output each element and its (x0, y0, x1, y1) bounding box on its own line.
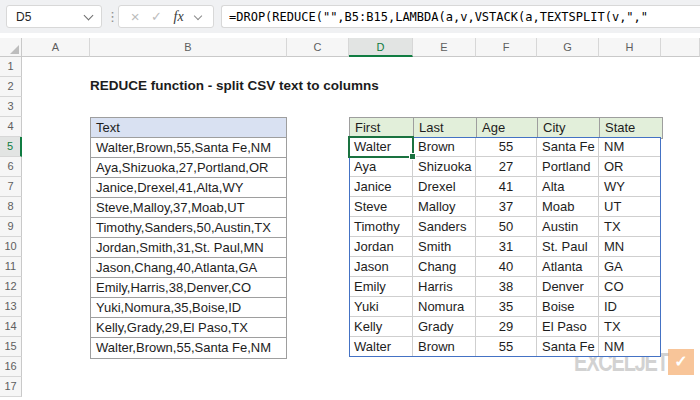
chevron-down-icon[interactable] (194, 11, 202, 19)
result-cell[interactable]: Shizuoka (413, 157, 476, 177)
result-cell[interactable]: GA (599, 257, 661, 277)
result-cell[interactable]: Alta (537, 177, 599, 197)
source-table-header-cell[interactable]: Text (91, 118, 286, 138)
insert-function-icon[interactable]: fx (174, 9, 184, 25)
enter-icon[interactable]: ✓ (151, 9, 162, 24)
result-cell[interactable]: Portland (537, 157, 599, 177)
name-box[interactable]: D5 (6, 5, 102, 28)
result-cell[interactable]: Grady (413, 317, 476, 337)
result-cell[interactable]: 37 (476, 197, 537, 217)
row-header-12[interactable]: 12 (0, 277, 22, 297)
source-table-row[interactable]: Timothy,Sanders,50,Austin,TX (91, 218, 286, 238)
source-table-row[interactable]: Janice,Drexel,41,Alta,WY (91, 178, 286, 198)
result-cell[interactable]: Moab (537, 197, 599, 217)
row-header-7[interactable]: 7 (0, 177, 22, 197)
result-cell[interactable]: 35 (476, 297, 537, 317)
result-cell[interactable]: 40 (476, 257, 537, 277)
result-cell[interactable]: WY (599, 177, 661, 197)
source-table-row[interactable]: Steve,Malloy,37,Moab,UT (91, 198, 286, 218)
result-cell[interactable]: Austin (537, 217, 599, 237)
row-header-1[interactable]: 1 (0, 57, 22, 77)
result-cell[interactable]: Smith (413, 237, 476, 257)
source-table-row[interactable]: Walter,Brown,55,Santa Fe,NM (91, 138, 286, 158)
result-cell[interactable]: NM (599, 337, 661, 357)
row-header-4[interactable]: 4 (0, 117, 22, 137)
result-cell[interactable]: 27 (476, 157, 537, 177)
source-table-row[interactable]: Yuki,Nomura,35,Boise,ID (91, 298, 286, 318)
result-cell[interactable]: Atlanta (537, 257, 599, 277)
result-cell[interactable]: El Paso (537, 317, 599, 337)
column-header-A[interactable]: A (22, 38, 90, 57)
result-cell[interactable]: 50 (476, 217, 537, 237)
column-header-partial[interactable] (661, 38, 700, 57)
result-cell[interactable]: Malloy (413, 197, 476, 217)
column-header-E[interactable]: E (413, 38, 476, 57)
source-table-row[interactable]: Kelly,Grady,29,El Paso,TX (91, 318, 286, 338)
result-cell[interactable]: OR (599, 157, 661, 177)
chevron-down-icon[interactable] (84, 10, 94, 20)
result-header-cell[interactable]: First (350, 118, 414, 138)
result-cell[interactable]: Santa Fe (537, 337, 599, 357)
result-cell[interactable]: MN (599, 237, 661, 257)
result-cell[interactable]: Nomura (413, 297, 476, 317)
result-cell[interactable]: Yuki (349, 297, 413, 317)
source-table-row[interactable]: Jason,Chang,40,Atlanta,GA (91, 258, 286, 278)
result-cell[interactable]: Harris (413, 277, 476, 297)
result-cell[interactable]: TX (599, 317, 661, 337)
source-table-row[interactable]: Emily,Harris,38,Denver,CO (91, 278, 286, 298)
result-header-cell[interactable]: City (538, 118, 600, 138)
result-cell[interactable]: CO (599, 277, 661, 297)
row-header-11[interactable]: 11 (0, 257, 22, 277)
result-cell[interactable]: 38 (476, 277, 537, 297)
result-cell[interactable]: Denver (537, 277, 599, 297)
select-all-corner[interactable] (0, 38, 22, 57)
result-cell[interactable]: 55 (476, 137, 537, 157)
result-cell[interactable]: NM (599, 137, 661, 157)
row-header-13[interactable]: 13 (0, 297, 22, 317)
row-header-5[interactable]: 5 (0, 137, 22, 157)
result-cell[interactable]: 41 (476, 177, 537, 197)
result-header-cell[interactable]: Age (477, 118, 538, 138)
result-cell[interactable]: Drexel (413, 177, 476, 197)
result-cell[interactable]: Jordan (349, 237, 413, 257)
result-cell[interactable]: TX (599, 217, 661, 237)
result-cell[interactable]: Brown (413, 137, 476, 157)
source-table-row[interactable]: Walter,Brown,55,Santa Fe,NM (91, 338, 286, 358)
result-cell[interactable]: Walter (349, 137, 413, 157)
cancel-icon[interactable]: × (131, 9, 140, 24)
result-header-cell[interactable]: Last (414, 118, 477, 138)
row-header-3[interactable]: 3 (0, 97, 22, 117)
result-cell[interactable]: Emily (349, 277, 413, 297)
result-cell[interactable]: Janice (349, 177, 413, 197)
source-table-row[interactable]: Aya,Shizuoka,27,Portland,OR (91, 158, 286, 178)
column-header-B[interactable]: B (90, 38, 287, 57)
result-cell[interactable]: UT (599, 197, 661, 217)
result-cell[interactable]: Timothy (349, 217, 413, 237)
column-header-D[interactable]: D (349, 38, 413, 57)
result-cell[interactable]: Jason (349, 257, 413, 277)
result-cell[interactable]: Santa Fe (537, 137, 599, 157)
column-header-C[interactable]: C (287, 38, 349, 57)
result-cell[interactable]: Steve (349, 197, 413, 217)
result-cell[interactable]: Kelly (349, 317, 413, 337)
row-header-16[interactable]: 16 (0, 357, 22, 377)
row-header-10[interactable]: 10 (0, 237, 22, 257)
source-table-row[interactable]: Jordan,Smith,31,St. Paul,MN (91, 238, 286, 258)
row-header-14[interactable]: 14 (0, 317, 22, 337)
row-header-17[interactable]: 17 (0, 377, 22, 397)
row-header-8[interactable]: 8 (0, 197, 22, 217)
result-cell[interactable]: Sanders (413, 217, 476, 237)
row-header-15[interactable]: 15 (0, 337, 22, 357)
result-header-cell[interactable]: State (600, 118, 662, 138)
result-cell[interactable]: Aya (349, 157, 413, 177)
result-cell[interactable]: 31 (476, 237, 537, 257)
row-header-9[interactable]: 9 (0, 217, 22, 237)
result-cell[interactable]: ID (599, 297, 661, 317)
result-cell[interactable]: 29 (476, 317, 537, 337)
formula-input[interactable]: =DROP(REDUCE("",B5:B15,LAMBDA(a,v,VSTACK… (221, 5, 700, 28)
row-header-2[interactable]: 2 (0, 77, 22, 97)
column-header-F[interactable]: F (476, 38, 537, 57)
result-cell[interactable]: 55 (476, 337, 537, 357)
result-cell[interactable]: Boise (537, 297, 599, 317)
result-cell[interactable]: Chang (413, 257, 476, 277)
